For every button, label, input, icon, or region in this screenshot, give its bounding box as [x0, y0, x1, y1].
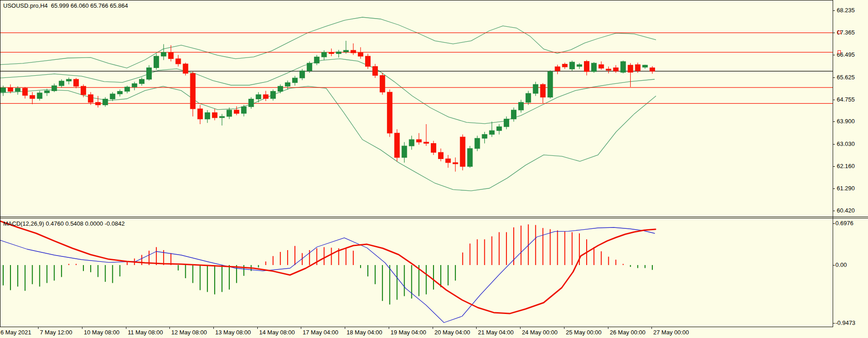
macd-histogram-bar — [608, 257, 609, 266]
panel-divider-2[interactable] — [0, 218, 868, 218]
macd-histogram-bar — [593, 247, 594, 265]
candle-body — [468, 149, 473, 167]
time-label: 18 May 04:00 — [347, 329, 382, 336]
main-chart-plot[interactable] — [0, 0, 833, 217]
candle-body — [300, 71, 305, 78]
time-label: 24 May 00:00 — [522, 329, 558, 336]
macd-histogram-bar — [484, 239, 485, 265]
candle-body — [431, 144, 436, 153]
candle-body — [23, 88, 28, 96]
candle-body — [256, 95, 261, 99]
macd-histogram-bar — [572, 232, 573, 265]
macd-histogram-bar — [120, 265, 121, 276]
line-drag-handle[interactable] — [838, 50, 841, 53]
time-label: 6 May 2021 — [0, 329, 31, 336]
macd-histogram-bar — [156, 247, 157, 265]
macd-histogram-bar — [61, 265, 62, 277]
candle-body — [139, 79, 144, 84]
macd-histogram-bar — [24, 265, 25, 291]
candle-body — [621, 62, 626, 72]
macd-histogram-bar — [601, 251, 602, 265]
panel-divider-1[interactable] — [0, 217, 868, 217]
chart-title: USOUSD.pro,H4 65.999 66.060 65.766 65.86… — [3, 2, 128, 9]
candle-body — [1, 88, 6, 92]
candle-body — [482, 135, 487, 139]
macd-histogram-bar — [492, 237, 492, 265]
candle-body — [489, 130, 494, 135]
macd-histogram-bar — [265, 261, 266, 265]
macd-panel-plot[interactable] — [0, 218, 833, 327]
macd-histogram-bar — [141, 255, 142, 265]
candle-body — [198, 109, 203, 119]
candle-body — [322, 53, 327, 57]
bollinger-upper-band — [0, 17, 656, 68]
macd-histogram-bar — [630, 265, 631, 267]
macd-histogram-bar — [47, 265, 48, 283]
candle-body — [424, 142, 429, 144]
candle-body — [416, 140, 421, 142]
candle-body — [519, 102, 524, 110]
macd-histogram-bar — [637, 265, 638, 268]
left-border — [0, 0, 0, 327]
macd-histogram-bar — [90, 265, 91, 272]
candle-body — [278, 86, 283, 91]
candle-body — [599, 65, 604, 68]
candle-body — [176, 59, 181, 64]
macd-histogram-bar — [236, 265, 237, 283]
macd-axis[interactable]: 0.69760.00-0.9473 — [833, 218, 868, 327]
candle-body — [161, 53, 166, 57]
candle-body — [402, 146, 407, 158]
time-axis[interactable]: 6 May 20217 May 12:0010 May 08:0011 May … — [0, 327, 868, 338]
time-label: 26 May 00:00 — [610, 329, 646, 336]
candle-body — [548, 72, 553, 97]
time-label: 10 May 08:00 — [84, 329, 120, 336]
line-drag-handle[interactable] — [838, 31, 841, 34]
macd-histogram-bar — [440, 265, 441, 287]
macd-histogram-bar — [17, 265, 18, 287]
macd-tick-label: 0.6976 — [835, 220, 854, 227]
macd-histogram-bar — [652, 265, 653, 270]
time-label: 27 May 00:00 — [653, 329, 689, 336]
macd-histogram-bar — [521, 226, 521, 265]
candle-body — [132, 84, 137, 87]
candle-body — [628, 65, 633, 72]
macd-histogram-bar — [564, 232, 565, 265]
candle-body — [59, 81, 64, 86]
macd-histogram-bar — [535, 225, 536, 265]
macd-histogram-bar — [469, 244, 470, 266]
macd-histogram-bar — [127, 262, 128, 265]
macd-histogram-bar — [426, 265, 427, 295]
candle-body — [635, 65, 640, 71]
macd-histogram-bar — [105, 265, 106, 282]
candle-body — [592, 63, 597, 72]
candle-body — [584, 61, 589, 72]
candle-body — [8, 88, 13, 92]
macd-histogram-bar — [542, 228, 543, 265]
macd-histogram-bar — [615, 260, 616, 265]
macd-histogram-bar — [455, 265, 456, 280]
price-tick-label: 60.420 — [837, 207, 855, 214]
candle-body — [30, 96, 35, 99]
price-tick-label: 62.160 — [837, 163, 855, 170]
macd-histogram-bar — [54, 265, 55, 280]
macd-histogram-bar — [389, 265, 390, 304]
macd-histogram-bar — [346, 248, 347, 265]
macd-histogram-bar — [76, 264, 77, 265]
axis-border — [833, 0, 833, 327]
candle-body — [555, 67, 560, 71]
macd-histogram-bar — [448, 265, 448, 285]
candle-body — [154, 56, 159, 68]
macd-histogram-bar — [193, 265, 193, 283]
time-label: 13 May 08:00 — [215, 329, 251, 336]
macd-histogram-bar — [462, 252, 463, 265]
macd-histogram-bar — [433, 265, 434, 290]
macd-histogram-bar — [243, 265, 244, 276]
macd-histogram-bar — [287, 250, 288, 265]
candle-body — [562, 64, 567, 67]
time-label: 14 May 08:00 — [259, 329, 295, 336]
candle-body — [96, 102, 101, 105]
candle-body — [343, 50, 348, 52]
candle-body — [125, 87, 130, 92]
candle-body — [358, 53, 363, 56]
candle-body — [409, 140, 414, 146]
